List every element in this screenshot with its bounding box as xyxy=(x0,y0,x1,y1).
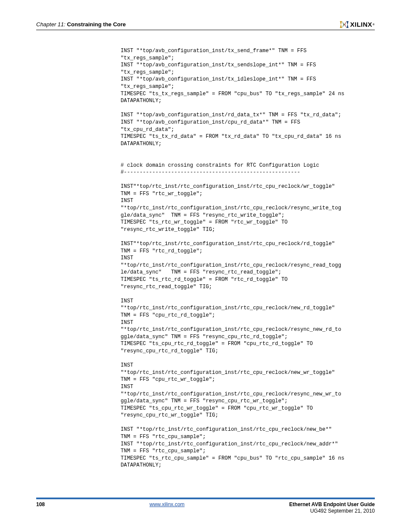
footer-link-container: www.xilinx.com xyxy=(149,501,184,507)
code-listing: INST "*top/avb_configuration_inst/tx_sen… xyxy=(121,47,375,469)
xilinx-logo: XILINX® xyxy=(340,21,375,28)
footer-doc-info: Ethernet AVB Endpoint User Guide UG492 S… xyxy=(289,501,375,515)
doc-title: Ethernet AVB Endpoint User Guide xyxy=(289,501,375,508)
xilinx-logo-icon xyxy=(340,21,349,28)
doc-id: UG492 September 21, 2010 xyxy=(289,508,375,515)
logo-text: XILINX xyxy=(350,21,372,28)
footer-divider xyxy=(36,498,375,499)
logo-registered: ® xyxy=(373,23,375,26)
xilinx-link[interactable]: www.xilinx.com xyxy=(149,501,184,507)
chapter-name: Constraining the Core xyxy=(67,21,126,28)
page-header: Chapter 11: Constraining the Core XILINX… xyxy=(36,21,375,30)
page-number: 108 xyxy=(36,501,45,507)
chapter-title: Chapter 11: Constraining the Core xyxy=(36,21,126,28)
chapter-label: Chapter 11: xyxy=(36,21,65,28)
page-footer: 108 www.xilinx.com Ethernet AVB Endpoint… xyxy=(36,501,375,515)
